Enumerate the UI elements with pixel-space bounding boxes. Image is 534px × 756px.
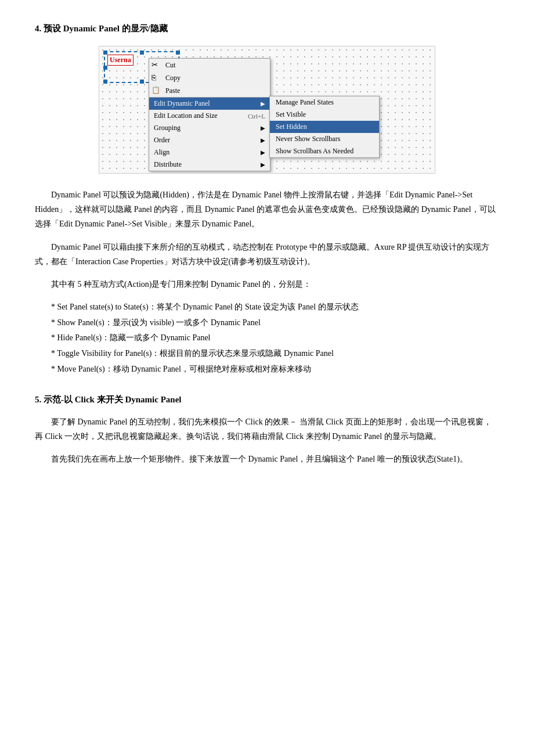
submenu-item-manage[interactable]: Manage Panel States bbox=[270, 96, 379, 109]
list-item-5: * Move Panel(s)：移动 Dynamic Panel，可根据绝对座标… bbox=[51, 362, 499, 377]
section5-para2: 首先我们先在画布上放一个矩形物件。接下来放置一个 Dynamic Panel，并… bbox=[35, 452, 499, 466]
handle-tm bbox=[140, 51, 144, 55]
section4-para2: Dynamic Panel 可以藉由接下来所介绍的互动模式，动态控制在 Prot… bbox=[35, 240, 499, 269]
section4-title: 4. 预设 Dynamic Panel 的显示/隐藏 bbox=[35, 23, 499, 34]
menu-item-edit-dp[interactable]: Edit Dynamic Panel ▶ bbox=[149, 97, 270, 110]
submenu-item-never-scroll[interactable]: Never Show Scrollbars bbox=[270, 133, 379, 145]
menu-item-align[interactable]: Align ▶ bbox=[149, 146, 270, 159]
submenu-never-scroll-label: Never Show Scrollbars bbox=[276, 135, 340, 143]
menu-item-paste[interactable]: 📋 Paste bbox=[149, 84, 270, 97]
section4-para1: Dynamic Panel 可以预设为隐藏(Hidden)，作法是在 Dynam… bbox=[35, 188, 499, 232]
list-item-1: * Set Panel state(s) to State(s)：将某个 Dyn… bbox=[51, 300, 499, 315]
menu-item-grouping[interactable]: Grouping ▶ bbox=[149, 122, 270, 134]
handle-ml bbox=[103, 66, 107, 70]
submenu-hidden-label: Set Hidden bbox=[276, 123, 307, 131]
submenu-item-visible[interactable]: Set Visible bbox=[270, 109, 379, 121]
widget-label: Userna bbox=[107, 55, 134, 66]
list-item-4: * Toggle Visibility for Panel(s)：根据目前的显示… bbox=[51, 346, 499, 362]
screenshot-area: Userna ✂ Cut ⎘ Copy 📋 Paste Edit Dynam bbox=[99, 46, 435, 174]
handle-bm bbox=[140, 80, 144, 84]
menu-align-label: Align bbox=[154, 148, 169, 157]
section5-para1: 要了解 Dynamic Panel 的互动控制，我们先来模拟一个 Click 的… bbox=[35, 415, 499, 444]
section5-title: 5. 示范-以 Click 来开关 Dynamic Panel bbox=[35, 394, 499, 405]
menu-item-distribute[interactable]: Distribute ▶ bbox=[149, 159, 270, 171]
paste-icon: 📋 bbox=[151, 86, 163, 95]
submenu-manage-label: Manage Panel States bbox=[276, 98, 334, 106]
list-item-2: * Show Panel(s)：显示(设为 visible) 一或多个 Dyna… bbox=[51, 315, 499, 331]
menu-edit-loc-shortcut: Ctrl+L bbox=[248, 113, 265, 120]
list-item-3: * Hide Panel(s)：隐藏一或多个 Dynamic Panel bbox=[51, 330, 499, 346]
submenu-item-hidden[interactable]: Set Hidden bbox=[270, 121, 379, 133]
menu-cut-label: Cut bbox=[165, 61, 175, 70]
context-menu[interactable]: ✂ Cut ⎘ Copy 📋 Paste Edit Dynamic Panel … bbox=[149, 58, 270, 171]
submenu-show-scroll-label: Show Scrollbars As Needed bbox=[276, 147, 353, 155]
action-list: * Set Panel state(s) to State(s)：将某个 Dyn… bbox=[51, 300, 499, 377]
section4-para3: 其中有 5 种互动方式(Action)是专门用来控制 Dynamic Panel… bbox=[35, 277, 499, 291]
cut-icon: ✂ bbox=[151, 60, 163, 70]
arrow-icon: ▶ bbox=[261, 100, 265, 107]
menu-edit-dp-label: Edit Dynamic Panel bbox=[154, 99, 210, 108]
menu-item-edit-loc[interactable]: Edit Location and Size Ctrl+L bbox=[149, 110, 270, 122]
menu-order-label: Order bbox=[154, 136, 170, 145]
menu-copy-label: Copy bbox=[165, 74, 181, 82]
menu-grouping-label: Grouping bbox=[154, 124, 181, 132]
submenu[interactable]: Manage Panel States Set Visible Set Hidd… bbox=[269, 96, 380, 158]
menu-distribute-label: Distribute bbox=[154, 160, 182, 169]
copy-icon: ⎘ bbox=[151, 73, 163, 82]
submenu-item-show-scroll[interactable]: Show Scrollbars As Needed bbox=[270, 145, 379, 157]
handle-bl bbox=[103, 80, 107, 84]
grouping-arrow-icon: ▶ bbox=[261, 125, 265, 131]
menu-paste-label: Paste bbox=[165, 87, 180, 95]
menu-item-cut[interactable]: ✂ Cut bbox=[149, 59, 270, 71]
menu-edit-loc-label: Edit Location and Size bbox=[154, 111, 218, 120]
align-arrow-icon: ▶ bbox=[261, 149, 265, 156]
submenu-visible-label: Set Visible bbox=[276, 110, 306, 118]
order-arrow-icon: ▶ bbox=[261, 137, 265, 143]
menu-item-order[interactable]: Order ▶ bbox=[149, 134, 270, 146]
distribute-arrow-icon: ▶ bbox=[261, 161, 265, 168]
handle-tl bbox=[103, 51, 107, 55]
menu-item-copy[interactable]: ⎘ Copy bbox=[149, 71, 270, 84]
handle-tr bbox=[176, 51, 180, 55]
